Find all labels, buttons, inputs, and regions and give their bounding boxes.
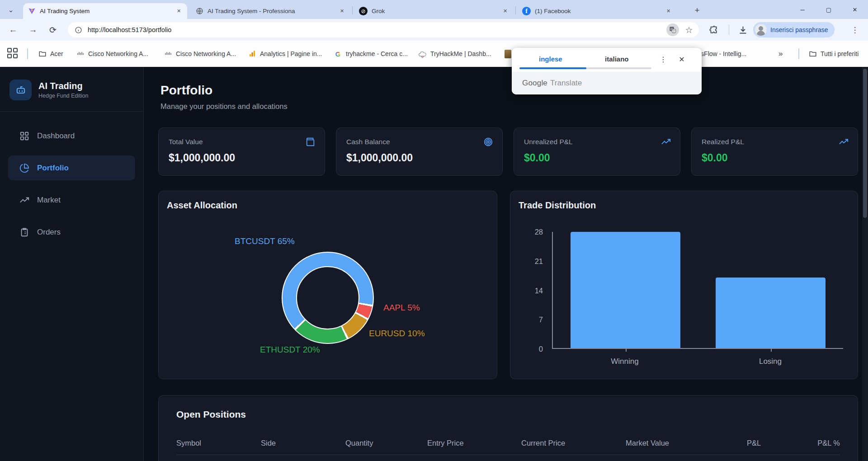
window-minimize-button[interactable]: ─ (789, 0, 816, 19)
sidebar-item-dashboard[interactable]: Dashboard (8, 123, 135, 148)
facebook-icon: f (522, 7, 531, 15)
grok-icon: ⊘ (359, 7, 368, 15)
bookmark-cisco-2[interactable]: Cisco Networking A... (164, 47, 236, 61)
bar-yticks: 28211470 (510, 232, 548, 349)
page-scrollbar[interactable] (862, 67, 868, 461)
analytics-icon (248, 50, 256, 58)
bar-losing (716, 278, 826, 348)
tab-title: AI Trading System - Professiona (208, 8, 335, 14)
folder-icon (38, 50, 47, 58)
y-tick-28: 28 (535, 228, 543, 236)
tab-close-icon[interactable]: ✕ (501, 7, 509, 15)
tab-close-icon[interactable]: ✕ (338, 7, 346, 15)
tab-grok[interactable]: ⊘ Grok ✕ (354, 3, 514, 19)
sidebar-item-orders[interactable]: Orders (8, 220, 135, 245)
target-icon (483, 137, 493, 147)
tab-strip: ⌄ AI Trading System ✕ AI Trading System … (0, 0, 868, 19)
donut-label-aapl: AAPL 5% (383, 303, 420, 313)
translate-close-icon[interactable]: ✕ (676, 54, 687, 65)
col-pnl-pct: P&L % (807, 439, 840, 447)
bookmark-tryhackme-dash[interactable]: TryHackMe | Dashb... (418, 47, 491, 61)
translate-progress-bar (519, 67, 586, 69)
sidebar-item-portfolio[interactable]: Portfolio (8, 155, 135, 180)
new-tab-button[interactable]: + (691, 4, 703, 17)
forward-icon[interactable]: → (25, 22, 41, 38)
profile-label: Inserisci passphrase (770, 26, 828, 33)
book-icon (505, 50, 511, 58)
bookmarks-separator (27, 48, 28, 59)
sidebar-item-market[interactable]: Market (8, 188, 135, 212)
bookmark-acer[interactable]: Acer (38, 47, 63, 61)
translate-menu-icon[interactable]: ⋮ (658, 54, 669, 65)
tab-title: Grok (372, 8, 498, 14)
translate-popup-footer: Google Translate (512, 72, 702, 94)
apps-grid-icon[interactable] (7, 48, 19, 60)
svg-text:文: 文 (673, 29, 675, 33)
stat-cards: Total Value $1,000,000.00 Cash Balance $… (158, 127, 858, 176)
asset-allocation-donut (282, 252, 374, 344)
bar-xlabels: WinningLosing (552, 357, 843, 366)
bookmark-all-favorites[interactable]: Tutti i preferiti (808, 47, 859, 61)
tab-close-icon[interactable]: ✕ (175, 7, 183, 15)
tab-search-chevron-icon[interactable]: ⌄ (5, 4, 17, 16)
asset-allocation-card: Asset Allocation BTCUSDT 65%AAPL 5%EURUS… (158, 191, 497, 379)
page-subtitle: Manage your positions and allocations (160, 102, 868, 111)
app-root: AI Trading Hedge Fund Edition Dashboard … (0, 67, 868, 461)
stat-value: $0.00 (524, 152, 670, 164)
download-icon[interactable] (737, 24, 749, 36)
col-quantity: Quantity (345, 439, 427, 447)
tab-close-icon[interactable]: ✕ (665, 7, 672, 15)
pie-chart-icon (19, 163, 30, 174)
address-bar[interactable]: http://localhost:5173/portfolio G文 ☆ (68, 22, 699, 38)
back-icon[interactable]: ← (5, 22, 21, 38)
col-symbol: Symbol (176, 439, 261, 447)
avatar (755, 24, 767, 36)
tab-ai-trading-system[interactable]: AI Trading System ✕ (23, 3, 187, 19)
y-tick-7: 7 (539, 315, 543, 324)
tab-ai-trading-professional[interactable]: AI Trading System - Professiona ✕ (191, 3, 350, 19)
positions-table-header: Symbol Side Quantity Entry Price Current… (176, 439, 840, 455)
translate-tab-italiano[interactable]: italiano (605, 48, 629, 70)
browser-menu-icon[interactable]: ⋮ (849, 24, 861, 36)
reload-icon[interactable]: ⟳ (45, 22, 61, 38)
chart-row: Asset Allocation BTCUSDT 65%AAPL 5%EURUS… (158, 191, 858, 379)
vite-icon (28, 7, 36, 15)
donut-label-eurusd: EURUSD 10% (369, 329, 425, 339)
bookmarks-overflow-chevron[interactable]: » (778, 47, 783, 61)
bookmark-tryhackme-search[interactable]: G tryhackme - Cerca c... (334, 47, 408, 61)
col-side: Side (261, 439, 345, 447)
google-g-icon: G (334, 50, 342, 58)
donut-label-btcusdt: BTCUSDT 65% (235, 236, 295, 246)
main-content: Portfolio Manage your positions and allo… (144, 67, 868, 461)
bookmark-star-icon[interactable]: ☆ (683, 24, 695, 36)
robot-icon (9, 80, 32, 100)
trending-up-icon (19, 195, 30, 206)
extensions-icon[interactable] (708, 24, 720, 36)
bookmark-partial-icon[interactable] (505, 47, 511, 61)
donut-hole (296, 266, 359, 329)
bookmark-cisco-1[interactable]: Cisco Networking A... (76, 47, 148, 61)
stat-value: $0.00 (702, 152, 848, 164)
window-maximize-button[interactable]: ▢ (816, 0, 842, 19)
app-edition: Hedge Fund Edition (38, 93, 89, 99)
trade-distribution-card: Trade Distribution 28211470 WinningLosin… (510, 191, 858, 379)
profile-chip[interactable]: Inserisci passphrase (753, 22, 835, 38)
scrollbar-thumb[interactable] (863, 69, 867, 218)
y-tick-14: 14 (535, 286, 543, 295)
cisco-icon (164, 50, 172, 58)
translate-popup-tabs: inglese italiano ⋮ ✕ (512, 48, 702, 72)
app-name: AI Trading (38, 81, 89, 91)
bookmark-analytics[interactable]: Analytics | Pagine in... (248, 47, 322, 61)
site-info-icon[interactable] (73, 25, 83, 35)
toolbar-separator (729, 25, 729, 35)
translate-icon[interactable]: G文 (666, 24, 679, 36)
translate-tab-inglese[interactable]: inglese (539, 48, 562, 70)
stat-card-cash-balance: Cash Balance $1,000,000.00 (336, 127, 503, 176)
cloud-icon (418, 50, 427, 58)
col-market-value: Market Value (626, 439, 747, 447)
tab-facebook[interactable]: f (1) Facebook ✕ (518, 3, 677, 19)
window-close-button[interactable]: ✕ (842, 0, 868, 19)
tab-title: AI Trading System (40, 8, 171, 14)
y-tick-0: 0 (539, 345, 543, 353)
col-pnl: P&L (747, 439, 807, 447)
